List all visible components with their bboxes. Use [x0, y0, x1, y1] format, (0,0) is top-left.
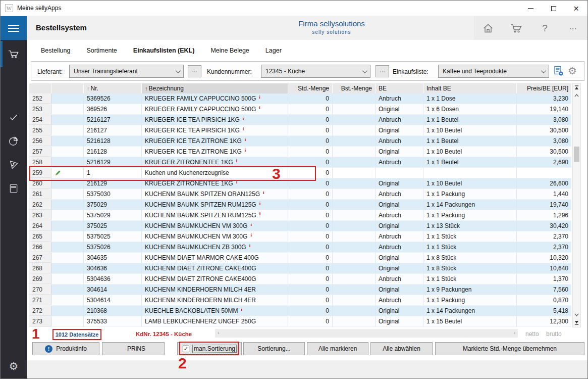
table-row[interactable]: 267304635KUCHENM DIAET MARMOR CAKE 400G0…: [29, 253, 571, 263]
cell-std-menge[interactable]: 0: [288, 147, 333, 157]
cell-bst-menge[interactable]: [333, 210, 376, 220]
info-icon[interactable]: i: [243, 126, 244, 131]
man-sortierung-button[interactable]: ✓ man.Sortierung: [177, 342, 242, 355]
tab-lager[interactable]: Lager: [265, 47, 282, 54]
tab-sortimente[interactable]: Sortimente: [86, 47, 117, 54]
cell-std-menge[interactable]: 0: [288, 115, 333, 125]
table-row[interactable]: 2665375026KUCHENM BAUMKUCHEN ZB 300Gi0An…: [29, 242, 571, 253]
info-icon[interactable]: i: [245, 137, 246, 142]
list-settings-gear-icon[interactable]: ⚙: [568, 65, 577, 77]
table-row[interactable]: 268304636KUCHENM DIAET ZITRONE CAKE400G0…: [29, 263, 571, 274]
table-row[interactable]: 273375533LAMB LEBKUCHENHERZ UNGEF 250G0O…: [29, 316, 571, 327]
cell-std-menge[interactable]: 0: [288, 136, 333, 146]
kundennummer-select[interactable]: 12345 - Küche: [261, 65, 370, 78]
cell-std-menge[interactable]: 0: [288, 274, 333, 284]
sortierung-button[interactable]: Sortierung...: [243, 342, 305, 355]
cell-bst-menge[interactable]: [333, 295, 376, 305]
cell-bst-menge[interactable]: [333, 306, 376, 316]
scrollbar-thumb[interactable]: [574, 147, 579, 162]
info-icon[interactable]: i: [243, 116, 244, 121]
table-row[interactable]: 272210368KUECHLE BACKOBLATEN 50MMi0Origi…: [29, 306, 571, 316]
horizontal-scrollbar[interactable]: ‹ ›: [215, 329, 518, 338]
cell-std-menge[interactable]: 0: [288, 157, 333, 167]
close-button[interactable]: ✕: [565, 1, 587, 16]
scroll-right-icon[interactable]: ›: [514, 330, 515, 336]
lieferant-select[interactable]: Unser Trainingslieferant: [69, 65, 184, 78]
scroll-left-icon[interactable]: ‹: [218, 330, 219, 336]
cell-bst-menge[interactable]: [333, 274, 376, 284]
vertical-scrollbar[interactable]: [572, 83, 581, 327]
cell-bst-menge[interactable]: [333, 242, 376, 252]
cell-std-menge[interactable]: 0: [288, 253, 333, 263]
uebernehmen-button[interactable]: Markierte Std.-Menge übernehmen: [435, 342, 584, 355]
cell-std-menge[interactable]: 0: [288, 295, 333, 305]
table-row[interactable]: 2715304614KUCHENM KINDERHOERN MILCH 4ER0…: [29, 295, 571, 306]
einkaufsliste-select[interactable]: Kaffee und Teeprodukte: [438, 65, 549, 78]
lieferant-more-button[interactable]: ...: [188, 65, 201, 77]
table-row[interactable]: 255216127KRUEGER ICE TEA PIRSICH 1KGi0Or…: [29, 125, 571, 136]
table-row[interactable]: 2635375029KUCHENM BAUMK SPITZEN RUM125Gi…: [29, 210, 571, 221]
cell-bst-menge[interactable]: [333, 285, 376, 295]
cart-icon[interactable]: [510, 22, 523, 35]
info-icon[interactable]: i: [259, 105, 260, 110]
cell-std-menge[interactable]: 0: [288, 316, 333, 326]
table-row[interactable]: 262375029KUCHENM BAUMK SPITZEN RUM125Gi0…: [29, 200, 571, 210]
sidebar-item-promotions[interactable]: [1, 155, 27, 175]
kundennummer-more-button[interactable]: ...: [376, 65, 389, 77]
cell-bst-menge[interactable]: [333, 200, 376, 210]
col-nr[interactable]: ↑Nr.: [84, 83, 142, 93]
new-list-icon[interactable]: [554, 66, 564, 77]
cell-std-menge[interactable]: 0: [288, 178, 333, 188]
cell-bst-menge[interactable]: [333, 104, 376, 114]
brutto-toggle[interactable]: brutto: [546, 330, 562, 338]
col-be[interactable]: BE: [376, 83, 423, 93]
cell-bst-menge[interactable]: [333, 115, 376, 125]
cell-std-menge[interactable]: 0: [288, 242, 333, 252]
cell-std-menge[interactable]: 0: [288, 189, 333, 199]
scroll-up-icon[interactable]: [573, 93, 580, 98]
table-row[interactable]: 270304614KUCHENM KINDERHOERN MILCH 4ER0O…: [29, 285, 571, 295]
settings-gear-icon[interactable]: ⚙: [1, 360, 27, 372]
scroll-down-icon[interactable]: [573, 313, 580, 317]
info-icon[interactable]: i: [236, 179, 238, 184]
minimize-button[interactable]: [519, 1, 542, 16]
cell-bst-menge[interactable]: [333, 189, 376, 199]
cell-std-menge[interactable]: 0: [288, 231, 333, 242]
sidebar-item-check[interactable]: [1, 107, 27, 127]
table-row[interactable]: 2565216128KRUEGER ICE TEA ZITRONE 1KGi0A…: [29, 136, 571, 147]
cell-bst-menge[interactable]: [333, 316, 376, 326]
tab-einkaufslisten-ekl-[interactable]: Einkaufslisten (EKL): [133, 47, 195, 54]
prins-button[interactable]: PRiNS: [102, 342, 165, 355]
cell-bst-menge[interactable]: [333, 136, 376, 146]
info-icon[interactable]: i: [250, 222, 252, 227]
col-bst-menge[interactable]: Bst.-Menge: [333, 83, 376, 93]
tab-bestellung[interactable]: Bestellung: [41, 47, 70, 54]
cell-bst-menge[interactable]: [333, 93, 376, 104]
cell-std-menge[interactable]: 0: [288, 210, 333, 220]
info-icon[interactable]: i: [259, 94, 260, 100]
col-inhalt-be[interactable]: Inhalt BE: [423, 83, 517, 93]
table-row[interactable]: 2655375025KUCHENM BAUMKUCHEN VM 300Gi0An…: [29, 231, 571, 242]
help-icon[interactable]: ?: [539, 22, 552, 35]
scroll-to-bottom-icon[interactable]: [573, 320, 580, 325]
info-icon[interactable]: i: [241, 307, 243, 312]
table-row[interactable]: 257216128KRUEGER ICE TEA ZITRONE 1KGi0Or…: [29, 147, 571, 157]
alle-markieren-button[interactable]: Alle markieren: [307, 342, 368, 355]
cell-bst-menge[interactable]: [333, 125, 376, 135]
cell-bst-menge[interactable]: [333, 253, 376, 263]
sidebar-item-statistics[interactable]: [1, 131, 27, 151]
info-icon[interactable]: i: [259, 211, 261, 216]
scroll-to-top-icon[interactable]: [573, 85, 580, 90]
table-row[interactable]: 253369526KRUEGER FAMILY CAPPUCCINO 500Gi…: [29, 104, 571, 115]
info-icon[interactable]: i: [245, 148, 246, 153]
alle-abwaehlen-button[interactable]: Alle abwählen: [370, 342, 433, 355]
cell-bst-menge[interactable]: [333, 221, 376, 231]
man-sortierung-checkbox[interactable]: ✓: [183, 346, 189, 352]
table-row[interactable]: 2695304636KUCHENM DIAET ZITRONE CAKE400G…: [29, 274, 571, 285]
netto-toggle[interactable]: netto: [525, 330, 539, 338]
table-row[interactable]: 2525369526KRUEGER FAMILY CAPPUCCINO 500G…: [29, 93, 571, 104]
info-icon[interactable]: i: [250, 232, 252, 238]
cell-std-menge[interactable]: 0: [288, 285, 333, 295]
more-icon[interactable]: …: [567, 22, 580, 35]
sidebar-item-bestellsystem[interactable]: [1, 44, 27, 64]
